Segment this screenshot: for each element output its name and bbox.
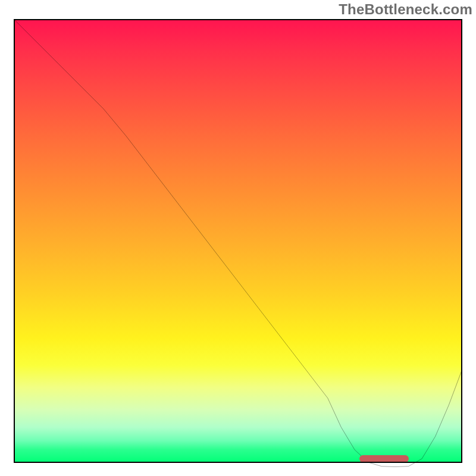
plot-area — [14, 19, 462, 463]
chart-stage: TheBottleneck.com — [0, 0, 476, 476]
bottleneck-curve — [14, 19, 462, 468]
optimal-range-marker — [359, 455, 409, 462]
watermark-text: TheBottleneck.com — [339, 1, 472, 18]
curve-path — [14, 19, 462, 466]
